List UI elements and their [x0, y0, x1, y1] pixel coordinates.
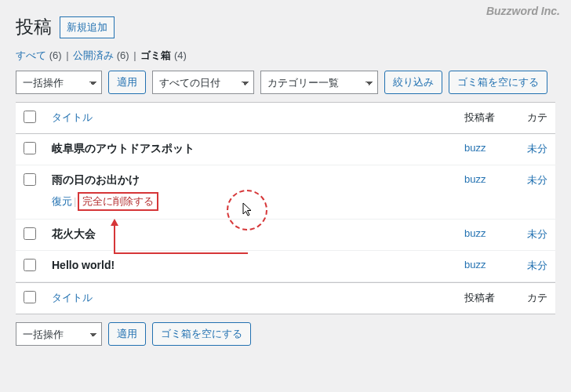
col-author[interactable]: 投稿者 — [456, 103, 519, 134]
restore-link[interactable]: 復元 — [52, 195, 72, 207]
col-title[interactable]: タイトル — [44, 103, 456, 134]
post-category[interactable]: 未分 — [527, 228, 547, 240]
filter-trash[interactable]: ゴミ箱 — [140, 49, 171, 61]
empty-trash-button-top[interactable]: ゴミ箱を空にする — [449, 71, 547, 94]
filter-all-count: (6) — [49, 49, 62, 61]
table-row: 雨の日のお出かけ 復元|完全に削除する buzz 未分 — [16, 165, 555, 220]
row-checkbox[interactable] — [24, 142, 36, 154]
empty-trash-button-bottom[interactable]: ゴミ箱を空にする — [152, 322, 251, 346]
delete-permanently-link[interactable]: 完全に削除する — [82, 195, 154, 207]
bulk-apply-button[interactable]: 適用 — [108, 71, 146, 94]
row-actions: 復元|完全に削除する — [52, 192, 449, 211]
select-all-bottom[interactable] — [24, 291, 36, 303]
post-title[interactable]: 岐阜県のアウトドアスポット — [52, 142, 195, 154]
col-author-foot[interactable]: 投稿者 — [456, 282, 519, 314]
row-checkbox[interactable] — [24, 173, 36, 186]
row-checkbox[interactable] — [24, 227, 36, 240]
table-row: 花火大会 buzz 未分 — [16, 220, 555, 251]
filter-published-count: (6) — [117, 49, 129, 61]
filter-all[interactable]: すべて — [16, 49, 46, 61]
page-title: 投稿 — [16, 8, 52, 42]
post-title[interactable]: Hello world! — [52, 259, 115, 271]
category-filter-select[interactable]: カテゴリー一覧 — [260, 71, 378, 94]
post-author[interactable]: buzz — [464, 227, 486, 239]
row-checkbox[interactable] — [24, 259, 36, 271]
post-author[interactable]: buzz — [464, 173, 486, 185]
table-row: 岐阜県のアウトドアスポット buzz 未分 — [16, 134, 555, 165]
table-row: Hello world! buzz 未分 — [16, 251, 555, 282]
filter-button[interactable]: 絞り込み — [384, 71, 442, 94]
post-author[interactable]: buzz — [464, 142, 486, 154]
post-category[interactable]: 未分 — [527, 143, 547, 154]
post-title[interactable]: 雨の日のお出かけ — [52, 173, 140, 186]
add-new-button[interactable]: 新規追加 — [60, 16, 115, 38]
post-category[interactable]: 未分 — [527, 260, 547, 271]
posts-table: タイトル 投稿者 カテ 岐阜県のアウトドアスポット buzz 未分 雨の日のお出… — [16, 102, 555, 314]
col-title-foot[interactable]: タイトル — [44, 282, 456, 314]
date-filter-select[interactable]: すべての日付 — [152, 71, 254, 94]
filter-trash-count: (4) — [174, 49, 187, 61]
status-filter-links: すべて (6) | 公開済み (6) | ゴミ箱 (4) — [16, 49, 555, 63]
filter-published[interactable]: 公開済み — [73, 49, 114, 61]
select-all-top[interactable] — [24, 111, 36, 123]
bulk-action-select[interactable]: 一括操作 — [16, 71, 102, 94]
col-categories-foot[interactable]: カテ — [519, 282, 555, 314]
post-author[interactable]: buzz — [464, 259, 486, 270]
bulk-action-select-bottom[interactable]: 一括操作 — [16, 322, 102, 346]
bulk-apply-button-bottom[interactable]: 適用 — [108, 322, 146, 346]
col-categories[interactable]: カテ — [519, 103, 555, 134]
brand-label: Buzzword Inc. — [486, 5, 560, 17]
post-title[interactable]: 花火大会 — [52, 227, 96, 240]
post-category[interactable]: 未分 — [527, 174, 547, 186]
